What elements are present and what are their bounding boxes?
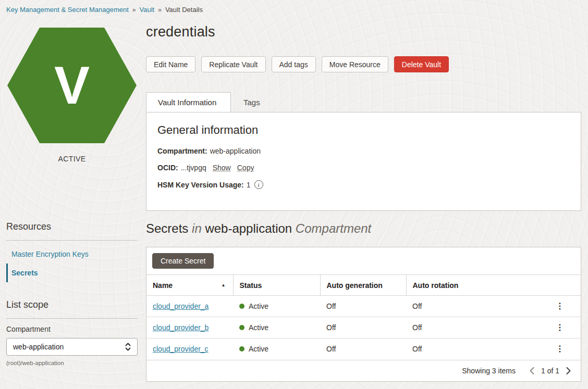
- vault-hexagon-icon: V: [7, 28, 137, 143]
- secret-link[interactable]: cloud_provider_a: [153, 302, 209, 310]
- sort-ascending-icon: ▲: [222, 283, 226, 287]
- secrets-table: Name ▲ Status Auto generation Auto rotat…: [146, 274, 581, 360]
- hsm-info-line: HSM Key Version Usage: 1 i: [157, 180, 581, 189]
- list-scope-section: List scope Compartment web-application (…: [6, 299, 146, 366]
- table-row: cloud_provider_c Active Off Off ⋮: [146, 338, 581, 360]
- compartment-info-value: web-application: [210, 147, 261, 155]
- secret-link[interactable]: cloud_provider_b: [153, 323, 209, 332]
- edit-name-button[interactable]: Edit Name: [146, 56, 195, 72]
- secrets-table-card: Create Secret Name ▲: [146, 247, 581, 382]
- previous-page-chevron-icon[interactable]: [528, 366, 536, 376]
- vault-details-page: Key Management & Secret Management » Vau…: [0, 0, 588, 389]
- ocid-show-link[interactable]: Show: [213, 164, 231, 172]
- move-resource-button[interactable]: Move Resource: [322, 56, 388, 72]
- auto-generation-value: Off: [320, 338, 406, 360]
- column-header-auto-generation[interactable]: Auto generation: [320, 275, 406, 296]
- status-badge: Active: [249, 345, 268, 353]
- tab-vault-information[interactable]: Vault Information: [146, 92, 231, 112]
- column-header-status[interactable]: Status: [233, 275, 320, 296]
- row-actions-kebab-icon[interactable]: ⋮: [552, 300, 568, 312]
- auto-generation-value: Off: [320, 317, 406, 338]
- ocid-info-line: OCID: ...tjvpgq Show Copy: [157, 164, 581, 172]
- status-active-icon: [239, 346, 244, 352]
- auto-rotation-value: Off: [406, 338, 539, 360]
- breadcrumb-current: Vault Details: [165, 6, 203, 14]
- status-active-icon: [239, 304, 244, 309]
- status-active-icon: [239, 325, 244, 330]
- compartment-path: (root)/web-application: [6, 360, 146, 366]
- status-badge: Active: [249, 302, 268, 310]
- resources-heading: Resources: [6, 221, 146, 232]
- ocid-info-value: ...tjvpgq: [181, 164, 206, 172]
- auto-rotation-value: Off: [406, 296, 539, 317]
- vault-information-panel: General information Compartment: web-app…: [146, 112, 581, 211]
- vault-initial: V: [54, 59, 90, 112]
- breadcrumb: Key Management & Secret Management » Vau…: [0, 0, 588, 14]
- vault-status-label: ACTIVE: [6, 155, 138, 163]
- secrets-section-heading: Secrets in web-application Compartment: [146, 221, 581, 236]
- row-actions-kebab-icon[interactable]: ⋮: [552, 343, 568, 355]
- column-header-name[interactable]: Name ▲: [146, 275, 233, 296]
- breadcrumb-link-vault[interactable]: Vault: [140, 6, 155, 14]
- table-header-row: Name ▲ Status Auto generation Auto rotat…: [146, 275, 581, 296]
- hsm-info-label: HSM Key Version Usage:: [157, 181, 244, 189]
- secrets-toolbar: Create Secret: [146, 247, 581, 274]
- breadcrumb-link-key-management[interactable]: Key Management & Secret Management: [6, 6, 129, 14]
- sidebar-item-secrets[interactable]: Secrets: [6, 263, 138, 282]
- tab-bar: Vault Information Tags: [146, 92, 581, 112]
- delete-vault-button[interactable]: Delete Vault: [394, 56, 449, 72]
- next-page-chevron-icon[interactable]: [565, 366, 572, 376]
- ocid-info-label: OCID:: [157, 164, 178, 172]
- secrets-heading-compartment-word: Compartment: [296, 221, 371, 235]
- action-buttons: Edit Name Replicate Vault Add tags Move …: [146, 56, 581, 72]
- compartment-selected-value: web-application: [13, 343, 64, 351]
- compartment-label: Compartment: [6, 325, 146, 333]
- hsm-info-value: 1: [247, 181, 251, 189]
- replicate-vault-button[interactable]: Replicate Vault: [201, 56, 265, 72]
- auto-rotation-value: Off: [406, 317, 539, 338]
- auto-generation-value: Off: [320, 296, 406, 317]
- info-icon[interactable]: i: [254, 180, 263, 189]
- breadcrumb-separator-icon: »: [158, 6, 162, 14]
- main-content: credentials Edit Name Replicate Vault Ad…: [146, 14, 581, 382]
- resources-section: Resources Master Encryption Keys Secrets: [6, 221, 146, 282]
- divider: [6, 318, 138, 319]
- compartment-info-label: Compartment:: [157, 147, 207, 155]
- compartment-info-line: Compartment: web-application: [157, 147, 581, 155]
- sidebar: V ACTIVE Resources Master Encryption Key…: [0, 14, 146, 382]
- create-secret-button[interactable]: Create Secret: [152, 253, 214, 269]
- table-row: cloud_provider_b Active Off Off ⋮: [146, 317, 581, 338]
- pagination: Showing 3 items 1 of 1: [146, 360, 581, 381]
- column-header-auto-rotation[interactable]: Auto rotation: [406, 275, 581, 296]
- secret-link[interactable]: cloud_provider_c: [153, 345, 209, 353]
- column-header-name-label: Name: [153, 281, 173, 290]
- divider: [6, 240, 138, 241]
- list-scope-heading: List scope: [6, 299, 146, 310]
- sidebar-item-master-encryption-keys[interactable]: Master Encryption Keys: [6, 245, 138, 263]
- tab-tags[interactable]: Tags: [231, 92, 273, 112]
- compartment-select[interactable]: web-application: [6, 338, 138, 356]
- secrets-heading-compartment-name: web-application: [205, 221, 292, 235]
- select-updown-chevron-icon: [125, 342, 131, 352]
- row-actions-kebab-icon[interactable]: ⋮: [552, 321, 568, 334]
- secrets-heading-in: in: [192, 221, 202, 235]
- page-title: credentials: [146, 24, 581, 40]
- table-row: cloud_provider_a Active Off Off ⋮: [146, 296, 581, 317]
- breadcrumb-separator-icon: »: [132, 6, 136, 14]
- add-tags-button[interactable]: Add tags: [272, 56, 316, 72]
- status-badge: Active: [249, 323, 268, 332]
- pagination-page-indicator: 1 of 1: [541, 367, 559, 375]
- general-information-heading: General information: [157, 123, 581, 137]
- secrets-heading-word: Secrets: [146, 221, 188, 235]
- ocid-copy-link[interactable]: Copy: [237, 164, 254, 172]
- pagination-summary: Showing 3 items: [462, 367, 516, 375]
